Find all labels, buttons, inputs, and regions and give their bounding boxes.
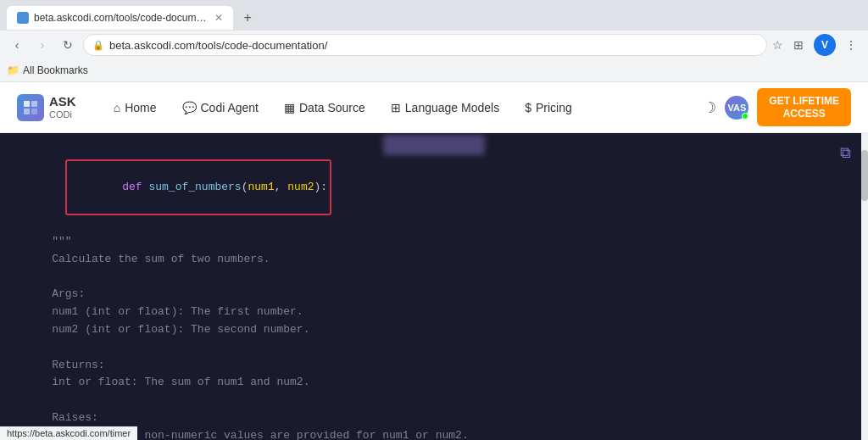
forward-button[interactable]: › — [32, 35, 53, 55]
code-line-returns-desc: int or float: The sum of num1 and num2. — [25, 374, 851, 392]
dollar-icon: $ — [525, 101, 531, 114]
chat-icon: 💬 — [182, 101, 197, 114]
scrollbar[interactable] — [861, 133, 868, 440]
nav-codi-agent-label: Codi Agent — [201, 101, 259, 114]
main-content: ⧉ def sum_of_numbers(num1, num2): """ Ca… — [0, 133, 868, 440]
tab-close[interactable]: ✕ — [214, 12, 223, 24]
user-avatar[interactable]: VAS — [725, 96, 748, 120]
tab-bar: beta.askcodi.com/tools/code-docum… ✕ + — [0, 0, 868, 31]
code-line-returns: Returns: — [25, 357, 851, 375]
svg-rect-3 — [31, 109, 37, 114]
grid-icon: ⊞ — [391, 101, 401, 114]
code-line-blank1 — [25, 269, 851, 287]
nav-data-source-label: Data Source — [299, 101, 365, 114]
nav-language-models-label: Language Models — [405, 101, 499, 114]
extensions-button[interactable]: ⊞ — [788, 35, 809, 55]
code-line-blank2 — [25, 339, 851, 357]
dark-mode-icon[interactable]: ☽ — [703, 98, 716, 117]
nav-language-models[interactable]: ⊞ Language Models — [379, 94, 511, 121]
nav-home-label: Home — [125, 101, 156, 114]
code-line-blank3 — [25, 392, 851, 409]
bookmark-star-icon[interactable]: ☆ — [772, 38, 783, 52]
code-line-desc: Calculate the sum of two numbers. — [25, 251, 851, 269]
app-header: ASK CODi ⌂ Home 💬 Codi Agent ▦ Data Sour… — [0, 82, 868, 133]
nav-data-source[interactable]: ▦ Data Source — [272, 94, 377, 121]
tab-title: beta.askcodi.com/tools/code-docum… — [34, 12, 206, 24]
code-line-docopen: """ — [25, 233, 851, 251]
address-bar[interactable]: 🔒 beta.askcodi.com/tools/code-documentat… — [83, 34, 767, 56]
reload-button[interactable]: ↻ — [58, 35, 78, 55]
code-line-raises: Raises: — [25, 409, 851, 427]
logo-icon — [17, 94, 44, 121]
back-button[interactable]: ‹ — [7, 35, 27, 55]
bookmarks-label: All Bookmarks — [23, 64, 88, 76]
code-line-num1: num1 (int or float): The first number. — [25, 304, 851, 321]
nav-pricing[interactable]: $ Pricing — [513, 94, 584, 121]
online-status-dot — [742, 113, 748, 120]
svg-rect-0 — [24, 101, 30, 107]
menu-button[interactable]: ⋮ — [841, 35, 861, 55]
lock-icon: 🔒 — [92, 40, 104, 51]
browser-controls: ‹ › ↻ 🔒 beta.askcodi.com/tools/code-docu… — [0, 31, 868, 59]
nav-pricing-label: Pricing — [536, 101, 572, 114]
code-line-num2: num2 (int or float): The second number. — [25, 321, 851, 339]
profile-button[interactable]: V — [814, 34, 836, 56]
bookmarks-bar: 📁 All Bookmarks — [0, 59, 868, 81]
main-nav: ⌂ Home 💬 Codi Agent ▦ Data Source ⊞ Lang… — [102, 94, 704, 121]
database-icon: ▦ — [284, 101, 295, 114]
nav-home[interactable]: ⌂ Home — [102, 94, 169, 121]
code-line-args: Args: — [25, 286, 851, 304]
scrollbar-thumb[interactable] — [861, 150, 868, 201]
bookmarks-folder-icon: 📁 — [7, 64, 19, 76]
url-text: beta.askcodi.com/tools/code-documentatio… — [109, 39, 758, 52]
copy-icon[interactable]: ⧉ — [840, 142, 851, 166]
home-icon: ⌂ — [114, 101, 120, 114]
svg-rect-2 — [24, 109, 30, 114]
header-right: ☽ VAS GET LIFETIMEACCESS — [703, 88, 851, 126]
logo[interactable]: ASK CODi — [17, 94, 76, 121]
code-line-def: def sum_of_numbers(num1, num2): — [25, 142, 851, 233]
svg-rect-1 — [31, 101, 37, 107]
cta-button[interactable]: GET LIFETIMEACCESS — [757, 88, 851, 126]
browser-chrome: beta.askcodi.com/tools/code-docum… ✕ + ‹… — [0, 0, 868, 82]
code-container: ⧉ def sum_of_numbers(num1, num2): """ Ca… — [0, 133, 868, 440]
logo-text: ASK CODi — [49, 95, 76, 120]
url-status: https://beta.askcodi.com/timer — [0, 426, 137, 440]
nav-codi-agent[interactable]: 💬 Codi Agent — [170, 94, 271, 121]
new-tab-btn[interactable]: + — [236, 7, 258, 29]
code-line-typeerror: TypeError: If non-numeric values are pro… — [25, 427, 851, 440]
user-initials: VAS — [727, 103, 746, 113]
